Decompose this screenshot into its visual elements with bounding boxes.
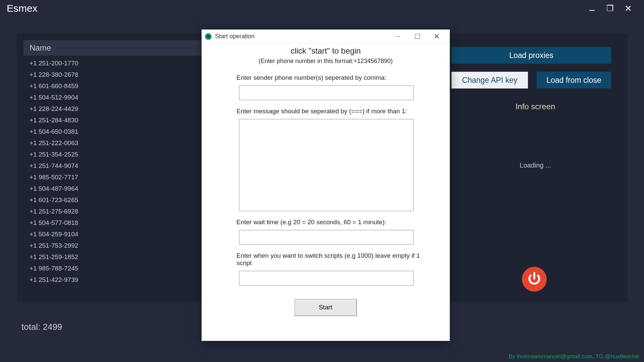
dialog-maximize-icon[interactable] <box>408 30 427 43</box>
message-textarea[interactable] <box>239 119 414 211</box>
info-screen-title: Info screen <box>451 102 619 111</box>
load-from-close-button[interactable]: Load from close <box>537 72 611 88</box>
right-column: Load proxies Change API key Load from cl… <box>451 47 619 169</box>
change-api-button[interactable]: Change API key <box>451 72 528 88</box>
power-button[interactable] <box>522 267 547 292</box>
footer-credit: By ihunnaemmanuel@gmail.com, TG:@hustleo… <box>509 353 639 360</box>
dialog-titlebar: Start operation ✕ <box>202 29 450 44</box>
dialog-close-icon[interactable]: ✕ <box>427 30 446 43</box>
dialog-minimize-icon[interactable] <box>388 30 408 43</box>
dialog-body: click "start" to begin (Enter phone numb… <box>202 44 450 341</box>
maximize-icon[interactable]: ❐ <box>601 2 619 15</box>
wait-label: Enter wait time (e.g 20 = 20 seconds, 60… <box>236 219 436 226</box>
switch-input[interactable] <box>239 271 414 286</box>
switch-label: Enter when you want to switch scripts (e… <box>236 252 436 267</box>
total-label: total: 2499 <box>21 322 62 332</box>
sender-input[interactable] <box>239 85 414 100</box>
start-button[interactable]: Start <box>294 299 357 316</box>
minimize-icon[interactable] <box>583 2 601 15</box>
sender-label: Enter sender phone number(s) seperated b… <box>236 74 436 81</box>
power-icon <box>527 271 542 287</box>
dialog-subheading: (Enter phone number in this format:+1234… <box>215 58 436 65</box>
app-title: Esmex <box>7 3 38 14</box>
dialog-app-icon <box>205 33 212 40</box>
loading-text: Loading ... <box>451 162 619 169</box>
dialog-heading: click "start" to begin <box>215 46 436 56</box>
main-titlebar: Esmex ❐ ✕ <box>0 0 644 17</box>
load-proxies-button[interactable]: Load proxies <box>451 47 611 64</box>
message-label: Enter message should be seperated by (==… <box>236 108 436 115</box>
dialog-title: Start operation <box>215 33 255 40</box>
start-operation-dialog: Start operation ✕ click "start" to begin… <box>202 29 450 341</box>
wait-input[interactable] <box>239 230 414 245</box>
close-icon[interactable]: ✕ <box>619 2 637 15</box>
